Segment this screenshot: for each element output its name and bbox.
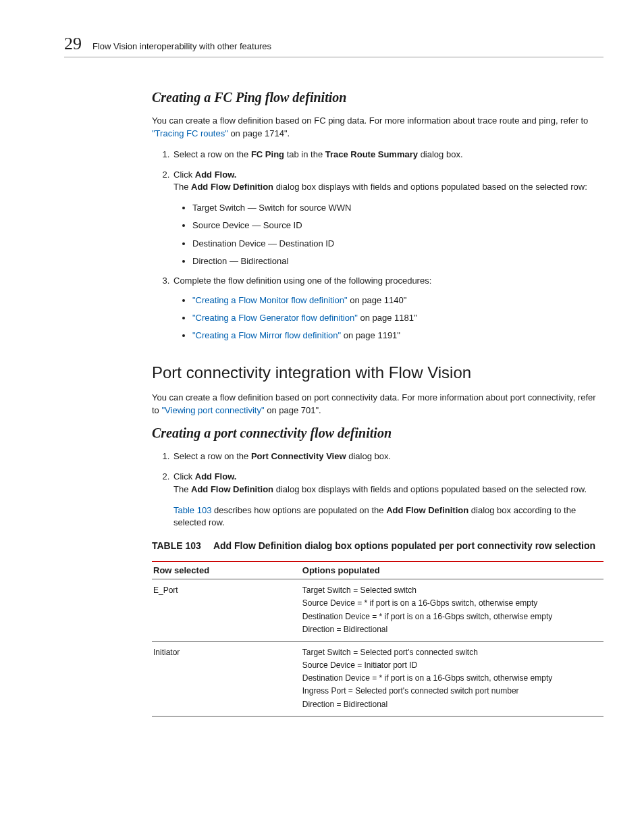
bullet-list: Target Switch — Switch for source WWN So… (192, 202, 603, 267)
link-flow-generator[interactable]: "Creating a Flow Generator flow definiti… (192, 313, 358, 323)
bold-text: Add Flow. (195, 471, 237, 481)
text: The (173, 182, 191, 192)
text: Select a row on the (173, 149, 251, 159)
link-flow-monitor[interactable]: "Creating a Flow Monitor flow definition… (192, 295, 348, 305)
chapter-title: Flow Vision interoperability with other … (92, 41, 271, 51)
text: dialog box displays with fields and opti… (273, 182, 587, 192)
step-description: The Add Flow Definition dialog box displ… (173, 484, 603, 496)
text: on page 1140" (348, 295, 407, 305)
link-flow-mirror[interactable]: "Creating a Flow Mirror flow definition" (192, 330, 341, 340)
main-content: Creating a FC Ping flow definition You c… (152, 90, 603, 716)
step-1: Select a row on the FC Ping tab in the T… (172, 149, 603, 161)
text: describes how options are populated on t… (211, 505, 386, 515)
intro-paragraph: You can create a flow definition based o… (152, 115, 603, 140)
list-item: "Creating a Flow Monitor flow definition… (192, 294, 603, 307)
list-item: Source Device — Source ID (192, 219, 603, 232)
col-row-selected: Row selected (152, 562, 301, 579)
text: Click (173, 471, 195, 481)
bold-text: Add Flow Definition (191, 182, 273, 192)
steps-list: Select a row on the FC Ping tab in the T… (152, 149, 603, 342)
bold-text: Port Connectivity View (251, 451, 346, 461)
table-label: TABLE 103 (152, 540, 201, 551)
text: dialog box. (346, 451, 392, 461)
list-item: Direction — Bidirectional (192, 255, 603, 267)
table-row: Initiator Target Switch = Selected port'… (152, 641, 603, 716)
table-title: Add Flow Definition dialog box options p… (213, 540, 595, 551)
bold-text: FC Ping (251, 149, 284, 159)
text: tab in the (284, 149, 325, 159)
bold-text: Add Flow Definition (191, 484, 273, 494)
list-item: Target Switch — Switch for source WWN (192, 202, 603, 214)
text: Click (173, 170, 195, 180)
text: on page 1714". (228, 128, 290, 138)
section-heading-port-conn-flow: Creating a port connectivity flow defini… (152, 425, 603, 441)
bold-text: Add Flow Definition (386, 505, 468, 515)
step-1: Select a row on the Port Connectivity Vi… (172, 450, 603, 463)
cell-options: Target Switch = Selected switch Source D… (301, 579, 603, 642)
link-table-103[interactable]: Table 103 (173, 505, 211, 515)
step-3: Complete the flow definition using one o… (172, 275, 603, 342)
link-list: "Creating a Flow Monitor flow definition… (192, 294, 603, 342)
cell-options: Target Switch = Selected port's connecte… (301, 641, 603, 716)
step-description: Table 103 describes how options are popu… (173, 504, 603, 530)
text: You can create a flow definition based o… (152, 115, 588, 126)
steps-list: Select a row on the Port Connectivity Vi… (152, 450, 603, 529)
text: on page 701". (265, 405, 321, 415)
bold-text: Trace Route Summary (325, 149, 418, 159)
section-heading-fc-ping: Creating a FC Ping flow definition (152, 90, 603, 105)
section-heading-port-connectivity: Port connectivity integration with Flow … (152, 363, 603, 382)
chapter-number: 29 (64, 34, 82, 54)
step-2: Click Add Flow. The Add Flow Definition … (172, 471, 603, 529)
list-item: "Creating a Flow Generator flow definiti… (192, 312, 603, 324)
page-header: 29 Flow Vision interoperability with oth… (64, 34, 603, 57)
page-container: 29 Flow Vision interoperability with oth… (0, 0, 644, 757)
text: dialog box. (418, 149, 463, 159)
bold-text: Add Flow. (195, 170, 237, 180)
list-item: "Creating a Flow Mirror flow definition"… (192, 330, 603, 342)
cell-row-selected: E_Port (152, 579, 301, 642)
intro-paragraph: You can create a flow definition based o… (152, 392, 603, 417)
col-options-populated: Options populated (301, 562, 603, 579)
cell-row-selected: Initiator (152, 641, 301, 716)
text: Select a row on the (173, 451, 251, 461)
text: Complete the flow definition using one o… (173, 276, 431, 286)
table-header-row: Row selected Options populated (152, 562, 603, 579)
text: The (173, 484, 191, 494)
table-caption: TABLE 103Add Flow Definition dialog box … (152, 539, 603, 553)
table-row: E_Port Target Switch = Selected switch S… (152, 579, 603, 642)
text: on page 1181" (358, 313, 417, 323)
step-2: Click Add Flow. The Add Flow Definition … (172, 169, 603, 267)
table-103: Row selected Options populated E_Port Ta… (152, 561, 603, 716)
text: on page 1191" (341, 330, 400, 340)
text: dialog box displays with fields and opti… (273, 484, 587, 494)
step-description: The Add Flow Definition dialog box displ… (173, 181, 603, 194)
link-tracing-fc-routes[interactable]: "Tracing FC routes" (152, 128, 228, 138)
list-item: Destination Device — Destination ID (192, 238, 603, 250)
link-viewing-port-connectivity[interactable]: "Viewing port connectivity" (161, 405, 264, 415)
